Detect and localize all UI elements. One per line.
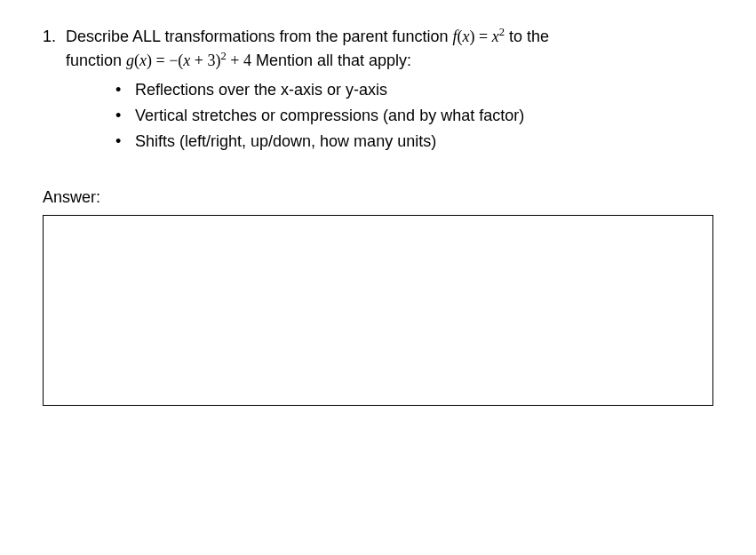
- question-block: 1. Describe ALL transformations from the…: [43, 25, 713, 155]
- question-body: Describe ALL transformations from the pa…: [66, 25, 713, 155]
- parent-fn-rhs-x: x: [492, 28, 499, 45]
- question-number: 1.: [43, 25, 66, 49]
- parent-fn-x: x: [463, 28, 470, 45]
- parent-fn-eq: =: [475, 28, 492, 45]
- answer-box[interactable]: [43, 215, 713, 406]
- prompt-text-3: function: [66, 52, 126, 69]
- bullet-item: Reflections over the x-axis or y-axis: [115, 78, 713, 102]
- bullet-list: Reflections over the x-axis or y-axis Ve…: [115, 78, 713, 154]
- answer-label: Answer:: [43, 186, 713, 210]
- question-prompt-line2: function g(x) = −(x + 3)2 + 4 Mention al…: [66, 49, 713, 73]
- g-plus4: + 4: [227, 52, 251, 69]
- g-fn-eq: =: [152, 52, 169, 69]
- g-fn-x: x: [139, 52, 147, 69]
- bullet-item: Vertical stretches or compressions (and …: [115, 104, 713, 128]
- g-fn-g: g: [126, 52, 134, 69]
- prompt-text-1: Describe ALL transformations from the pa…: [66, 28, 453, 45]
- question-prompt-line1: Describe ALL transformations from the pa…: [66, 25, 713, 49]
- prompt-text-2: to the: [505, 28, 549, 45]
- g-neg: −: [169, 52, 178, 69]
- prompt-text-4: Mention all that apply:: [251, 52, 411, 69]
- g-inner-plus3: + 3: [190, 52, 215, 69]
- bullet-item: Shifts (left/right, up/down, how many un…: [115, 130, 713, 154]
